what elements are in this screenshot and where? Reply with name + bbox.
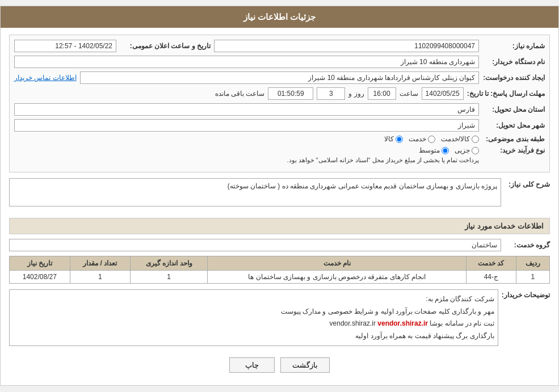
requester-value: کیوان زینلی کارشناس قراردادها شهرداری من… bbox=[80, 71, 479, 84]
deadline-remaining-label: ساعت باقی مانده bbox=[215, 90, 265, 98]
cell-date: 1402/08/27 bbox=[10, 271, 70, 284]
buttons-row: بازگشت چاپ bbox=[9, 352, 550, 378]
col-header-quantity: تعداد / مقدار bbox=[70, 256, 130, 271]
city-label: شهر محل تحویل: bbox=[482, 121, 545, 129]
cell-row: 1 bbox=[516, 271, 549, 284]
back-button[interactable]: بازگشت bbox=[280, 357, 330, 373]
buyer-notes-content: شرکت کنندگان ملزم به: مهر و بارگذاری کلی… bbox=[9, 289, 498, 346]
category-goods-label: کالا bbox=[384, 135, 394, 143]
services-section-title: اطلاعات خدمات مورد نیاز bbox=[9, 218, 550, 234]
category-service-radio[interactable] bbox=[428, 136, 435, 143]
col-header-date: تاریخ نیاز bbox=[10, 256, 70, 271]
buyer-org-label: نام دستگاه خریدار: bbox=[482, 58, 545, 66]
category-radio-group: کالا/خدمت خدمت کالا bbox=[384, 135, 479, 143]
purchase-type-note: پرداخت تمام یا بخشی از مبلغ خریداز محل "… bbox=[14, 157, 479, 164]
purchase-type-medium-radio[interactable] bbox=[442, 147, 449, 154]
province-label: استان محل تحویل: bbox=[482, 106, 545, 113]
province-value: فارس bbox=[14, 103, 479, 116]
deadline-date: 1402/05/25 bbox=[422, 87, 464, 100]
requester-label: ایجاد کننده درخواست: bbox=[482, 74, 545, 82]
deadline-time: 16:00 bbox=[368, 87, 396, 100]
buyer-notes-section: توضیحات خریدار: شرکت کنندگان ملزم به: مه… bbox=[9, 289, 550, 346]
category-service-label: خدمت bbox=[409, 135, 426, 143]
table-row: 1 ج-44 انجام کارهای متفرقه درخصوص بازساز… bbox=[10, 271, 550, 284]
deadline-remaining: 01:50:59 bbox=[268, 87, 313, 100]
category-goods-radio[interactable] bbox=[396, 136, 403, 143]
date-label: تاریخ و ساعت اعلان عمومی: bbox=[120, 42, 211, 50]
purchase-type-partial-label: جزیی bbox=[455, 146, 470, 154]
purchase-type-medium-label: متوسط bbox=[419, 146, 440, 154]
col-header-name: نام خدمت bbox=[208, 256, 466, 271]
cell-quantity: 1 bbox=[70, 271, 130, 284]
need-description-label: شرح کلی نیاز: bbox=[505, 178, 550, 188]
need-number-label: شماره نیاز: bbox=[482, 42, 545, 50]
page-title: جزئیات اطلاعات نیاز bbox=[1, 6, 558, 28]
cell-name: انجام کارهای متفرقه درخصوص بازسازی و بهس… bbox=[208, 271, 466, 284]
purchase-type-label: نوع فرآیند خرید: bbox=[482, 146, 545, 154]
category-goods-service-radio[interactable] bbox=[472, 136, 479, 143]
category-label: طبقه بندی موضوعی: bbox=[482, 135, 545, 143]
deadline-day-label: روز و bbox=[348, 90, 364, 98]
purchase-type-partial-radio[interactable] bbox=[472, 147, 479, 154]
buyer-notes-line2: مهر و بارگذاری کلیه صفحات برآورد اولیه و… bbox=[13, 306, 494, 318]
col-header-unit: واحد اندازه گیری bbox=[131, 256, 208, 271]
contact-link[interactable]: اطلاعات تماس خریدار bbox=[14, 74, 77, 82]
deadline-label: مهلت ارسال پاسخ: تا تاریخ: bbox=[467, 90, 545, 98]
buyer-notes-line3: ثبت نام در سامانه بوشا vendor.shiraz.ir … bbox=[13, 318, 494, 330]
date-value: 1402/05/22 - 12:57 bbox=[14, 40, 116, 52]
print-button[interactable]: چاپ bbox=[229, 357, 275, 373]
buyer-notes-line1: شرکت کنندگان ملزم به: bbox=[13, 293, 494, 306]
cell-unit: 1 bbox=[131, 271, 208, 284]
deadline-time-label: ساعت bbox=[400, 90, 418, 98]
buyer-org-value: شهرداری منطقه 10 شیراز bbox=[14, 56, 479, 68]
service-group-value: ساختمان bbox=[9, 239, 501, 251]
col-header-row: ردیف bbox=[516, 256, 549, 271]
need-number-value: 1102099408000047 bbox=[214, 40, 479, 52]
buyer-notes-label: توضیحات خریدار: bbox=[502, 289, 550, 346]
vendor-link[interactable]: vendor.shiraz.ir bbox=[377, 319, 428, 327]
service-group-label: گروه خدمت: bbox=[505, 241, 550, 249]
cell-code: ج-44 bbox=[466, 271, 516, 284]
deadline-days: 3 bbox=[317, 87, 345, 100]
buyer-notes-line4: بارگذاری برگ پیشنهاد قیمت به همراه برآور… bbox=[13, 330, 494, 343]
city-value: شیراز bbox=[14, 119, 479, 132]
category-goods-service-label: کالا/خدمت bbox=[441, 135, 470, 143]
col-header-code: کد خدمت bbox=[466, 256, 516, 271]
services-table: ردیف کد خدمت نام خدمت واحد اندازه گیری ت… bbox=[9, 256, 550, 284]
need-description: پروژه بازسازی و بهسازی ساختمان قدیم معاو… bbox=[9, 178, 501, 206]
